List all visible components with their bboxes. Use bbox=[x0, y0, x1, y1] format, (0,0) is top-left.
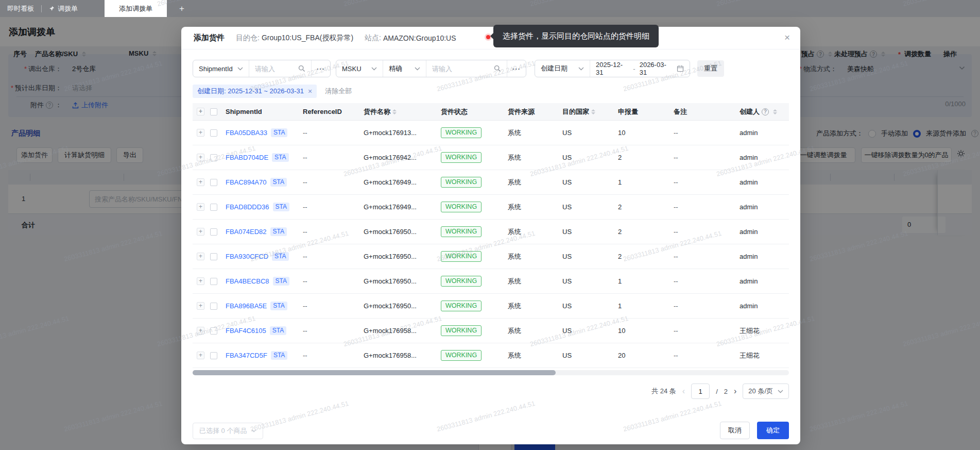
creator-cell: admin bbox=[735, 302, 789, 310]
search-icon[interactable] bbox=[298, 65, 305, 72]
row-checkbox[interactable] bbox=[210, 352, 217, 359]
question-circle-icon[interactable] bbox=[762, 108, 769, 115]
header-shipment-name[interactable]: 货件名称 bbox=[359, 107, 437, 116]
expand-all-icon[interactable]: + bbox=[197, 108, 204, 115]
row-checkbox[interactable] bbox=[210, 204, 217, 211]
new-tab-button[interactable]: + bbox=[175, 4, 188, 14]
shipment-table: + ShipmentId ReferenceID 货件名称 货件状态 货件来源 … bbox=[193, 103, 789, 368]
declared-qty-cell: 10 bbox=[614, 129, 669, 137]
expand-row-icon[interactable]: + bbox=[197, 154, 204, 161]
shipment-id-link[interactable]: FBA4BECBC8 bbox=[226, 277, 269, 285]
tab-add-transfer-order-active[interactable]: 添加调拨单 bbox=[105, 0, 167, 17]
row-checkbox[interactable] bbox=[210, 228, 217, 236]
reference-id-cell: -- bbox=[299, 203, 359, 211]
shipment-id-link[interactable]: FBA930CFCD bbox=[226, 253, 268, 260]
creator-cell: 王细花 bbox=[735, 351, 789, 360]
table-row[interactable]: + FBAD8DDD36 STA -- G+mock176949... WORK… bbox=[193, 195, 789, 220]
guide-beacon-dot bbox=[486, 35, 490, 39]
creator-cell: admin bbox=[735, 277, 789, 285]
date-field-select[interactable]: 创建日期 bbox=[535, 60, 590, 77]
row-checkbox[interactable] bbox=[210, 154, 217, 161]
shipment-id-link[interactable]: FBABD704DE bbox=[226, 154, 268, 161]
header-reference-id: ReferenceID bbox=[299, 108, 359, 115]
table-row[interactable]: + FBA930CFCD STA -- G+mock176950... WORK… bbox=[193, 244, 789, 269]
shipment-id-link[interactable]: FBAF4C6105 bbox=[226, 327, 266, 335]
msku-field-select[interactable]: MSKU bbox=[336, 60, 383, 77]
row-checkbox[interactable] bbox=[210, 327, 217, 335]
table-row[interactable]: + FBAC894A70 STA -- G+mock176949... WORK… bbox=[193, 170, 789, 195]
select-all-checkbox[interactable] bbox=[210, 108, 217, 115]
reset-button[interactable]: 重置 bbox=[697, 60, 724, 77]
expand-row-icon[interactable]: + bbox=[197, 302, 204, 310]
expand-row-icon[interactable]: + bbox=[197, 228, 204, 236]
table-row[interactable]: + FBA896BA5E STA -- G+mock176950... WORK… bbox=[193, 294, 789, 319]
current-page-box[interactable]: 1 bbox=[691, 384, 710, 399]
header-creator[interactable]: 创建人 bbox=[735, 107, 789, 116]
expand-row-icon[interactable]: + bbox=[197, 129, 204, 137]
sort-icon[interactable] bbox=[392, 109, 397, 114]
expand-row-icon[interactable]: + bbox=[197, 178, 204, 186]
row-checkbox[interactable] bbox=[210, 253, 217, 260]
table-row[interactable]: + FBAF4C6105 STA -- G+mock176958... WORK… bbox=[193, 319, 789, 343]
more-filters-button[interactable]: ··· bbox=[507, 60, 526, 77]
shipment-id-link[interactable]: FBA896BA5E bbox=[226, 302, 267, 310]
shipment-id-link[interactable]: FBAD8DDD36 bbox=[226, 203, 269, 211]
confirm-button[interactable]: 确定 bbox=[757, 422, 789, 439]
reference-id-cell: -- bbox=[299, 253, 359, 260]
shipmentid-search-input[interactable] bbox=[255, 65, 294, 73]
table-row[interactable]: + FBABD704DE STA -- G+mock176942... WORK… bbox=[193, 145, 789, 170]
match-mode-select[interactable]: 精确 bbox=[383, 60, 426, 77]
shipmentid-field-select[interactable]: ShipmentId bbox=[193, 60, 249, 77]
add-shipment-modal: 添加货件 目的仓:Group10:US_FBA(授权异常) 站点:AMAZON:… bbox=[181, 27, 800, 444]
source-cell: 系统 bbox=[504, 302, 558, 311]
source-cell: 系统 bbox=[504, 153, 558, 162]
status-badge: WORKING bbox=[441, 301, 482, 311]
expand-row-icon[interactable]: + bbox=[197, 203, 204, 211]
shipment-name-cell: G+mock176949... bbox=[359, 203, 437, 211]
close-icon[interactable]: × bbox=[784, 32, 790, 43]
cancel-button[interactable]: 取消 bbox=[720, 422, 750, 439]
tab-dashboard-label: 即时看板 bbox=[7, 4, 34, 13]
date-range-input[interactable]: 2025-12-31 - 2026-03-31 bbox=[590, 60, 690, 77]
shipment-name-cell: G+mock176958... bbox=[359, 352, 437, 359]
date-range-separator: - bbox=[633, 65, 635, 73]
source-cell: 系统 bbox=[504, 178, 558, 187]
shipment-id-link[interactable]: FBAC894A70 bbox=[226, 178, 267, 186]
selected-count-dropdown[interactable]: 已选择 0 个商品 bbox=[193, 423, 263, 439]
table-row[interactable]: + FBA4BECBC8 STA -- G+mock176950... WORK… bbox=[193, 269, 789, 294]
remove-tag-icon[interactable]: × bbox=[308, 87, 312, 95]
table-row[interactable]: + FBA05DBA33 STA -- G+mock176913... WORK… bbox=[193, 121, 789, 145]
tab-bar: 即时看板 调拨单 添加调拨单 + bbox=[0, 0, 980, 17]
more-filters-button[interactable]: ··· bbox=[311, 60, 330, 77]
field-select-value: ShipmentId bbox=[199, 65, 233, 73]
expand-row-icon[interactable]: + bbox=[197, 352, 204, 359]
shipment-id-link[interactable]: FBA05DBA33 bbox=[226, 129, 267, 137]
prev-page-icon[interactable]: ‹ bbox=[682, 387, 685, 395]
country-cell: US bbox=[558, 277, 614, 285]
expand-row-icon[interactable]: + bbox=[197, 327, 204, 335]
expand-row-icon[interactable]: + bbox=[197, 253, 204, 260]
tab-transfer-order[interactable]: 调拨单 bbox=[42, 0, 85, 17]
country-cell: US bbox=[558, 302, 614, 310]
row-checkbox[interactable] bbox=[210, 179, 217, 186]
shipment-name-cell: G+mock176958... bbox=[359, 327, 437, 335]
page-size-select[interactable]: 20 条/页 bbox=[743, 384, 789, 399]
table-row[interactable]: + FBA347CD5F STA -- G+mock176958... WORK… bbox=[193, 343, 789, 368]
shipment-id-link[interactable]: FBA347CD5F bbox=[226, 352, 267, 359]
table-row[interactable]: + FBA074ED82 STA -- G+mock176950... WORK… bbox=[193, 220, 789, 244]
shipment-id-link[interactable]: FBA074ED82 bbox=[226, 228, 267, 236]
sort-icon[interactable] bbox=[773, 109, 777, 114]
clear-all-filters-link[interactable]: 清除全部 bbox=[325, 87, 352, 96]
header-dest-country[interactable]: 目的国家 bbox=[558, 107, 614, 116]
sort-icon[interactable] bbox=[591, 109, 595, 114]
row-checkbox[interactable] bbox=[210, 278, 217, 285]
next-page-icon[interactable]: › bbox=[734, 387, 736, 395]
row-checkbox[interactable] bbox=[210, 129, 217, 137]
msku-search-input[interactable] bbox=[432, 65, 490, 73]
search-icon[interactable] bbox=[494, 65, 501, 72]
expand-row-icon[interactable]: + bbox=[197, 277, 204, 285]
tab-dashboard[interactable]: 即时看板 bbox=[0, 0, 41, 17]
row-checkbox[interactable] bbox=[210, 303, 217, 310]
scrollbar-thumb[interactable] bbox=[193, 370, 556, 375]
chevron-down-icon bbox=[251, 429, 256, 432]
